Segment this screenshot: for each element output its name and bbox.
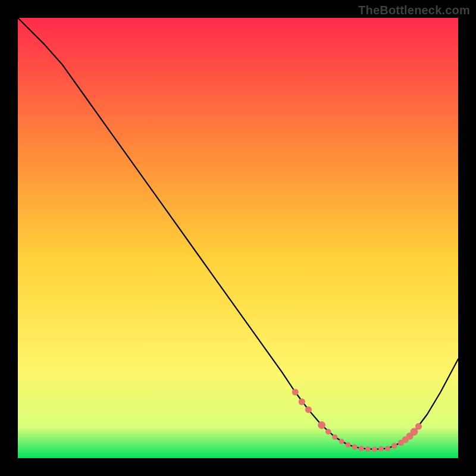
highlight-dot <box>365 446 371 452</box>
highlight-dot <box>415 423 422 430</box>
gradient-background <box>18 18 458 458</box>
highlight-dot <box>372 447 377 452</box>
plot-area <box>18 18 458 458</box>
chart-container: TheBottleneck.com <box>0 0 476 476</box>
highlight-dot <box>359 446 364 451</box>
highlight-dot <box>346 442 351 447</box>
highlight-dot <box>292 389 299 395</box>
highlight-dot <box>332 434 337 440</box>
chart-svg <box>18 18 458 458</box>
highlight-dot <box>378 446 384 452</box>
highlight-dot <box>352 444 358 450</box>
highlight-dot <box>318 421 325 429</box>
highlight-dot <box>305 406 312 413</box>
highlight-dot <box>325 429 331 435</box>
highlight-dot <box>339 439 344 444</box>
highlight-dot <box>299 399 305 405</box>
highlight-dot <box>392 443 397 449</box>
highlight-dot <box>385 446 390 451</box>
watermark-text: TheBottleneck.com <box>358 4 470 17</box>
